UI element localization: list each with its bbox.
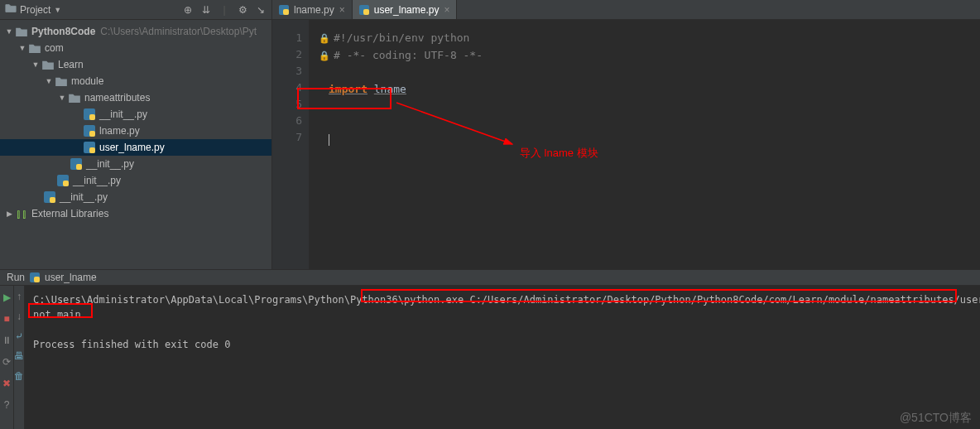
tab-label: lname.py — [294, 4, 334, 16]
print-icon[interactable]: 🖶 — [14, 350, 24, 362]
lock-icon: 🔒 — [319, 51, 330, 61]
hide-panel-icon[interactable]: ↘ — [255, 4, 267, 16]
rerun-icon[interactable]: ▶ — [0, 291, 13, 304]
run-tool-header: Run user_lname — [0, 269, 980, 286]
python-file-icon — [83, 142, 96, 153]
divider-icon: | — [219, 4, 230, 16]
gear-icon[interactable]: ⚙ — [237, 4, 248, 16]
project-tree: ▼ Python8Code C:\Users\Administrator\Des… — [0, 20, 271, 269]
module-name: lname — [374, 83, 406, 95]
tree-label: module — [71, 75, 103, 87]
dropdown-chevron-icon[interactable]: ▼ — [54, 6, 61, 14]
line-number: 6 — [272, 113, 302, 129]
collapse-icon[interactable]: ⇊ — [200, 4, 212, 16]
run-toolbar-secondary: ↑ ↓ ⤶ 🖶 🗑 — [14, 286, 25, 429]
line-number: 7 — [272, 129, 302, 146]
tab-label: user_lname.py — [374, 4, 440, 16]
project-pane: Project ▼ ⊕ ⇊ | ⚙ ↘ ▼ Python8Code C:\Use… — [0, 0, 272, 269]
chevron-down-icon[interactable]: ▼ — [58, 94, 66, 102]
tree-row-file[interactable]: __init__.py — [0, 156, 271, 172]
folder-icon — [68, 93, 81, 103]
console-output[interactable]: C:\Users\Administrator\AppData\Local\Pro… — [25, 286, 980, 429]
tree-label: Learn — [58, 59, 84, 70]
tree-label: __init__.py — [86, 158, 134, 170]
run-tool-window: ▶ ■ ⏸ ⟳ ✖ ? ↑ ↓ ⤶ 🖶 🗑 C:\Users\Administr… — [0, 286, 980, 429]
code-content[interactable]: 🔒#!/usr/bin/env python 🔒# -*- coding: UT… — [309, 20, 980, 269]
soft-wrap-icon[interactable]: ⤶ — [15, 330, 23, 342]
libraries-icon: ⫿⫿ — [15, 207, 28, 220]
run-toolbar-primary: ▶ ■ ⏸ ⟳ ✖ ? — [0, 286, 14, 429]
python-file-icon — [359, 5, 369, 15]
python-file-icon — [70, 158, 83, 170]
stop-icon[interactable]: ■ — [0, 312, 13, 325]
editor-tab-bar: lname.py × user_lname.py × — [272, 0, 980, 20]
console-line: C:\Users\Administrator\AppData\Local\Pro… — [33, 292, 980, 307]
keyword-import: import — [329, 83, 368, 95]
python-file-icon — [83, 125, 96, 137]
tree-row-file-selected[interactable]: user_lname.py — [0, 139, 271, 156]
tree-path: C:\Users\Administrator\Desktop\Pyt — [100, 26, 257, 37]
tree-label: nameattributes — [84, 92, 150, 104]
tree-row-nameattributes[interactable]: ▼ nameattributes — [0, 89, 271, 106]
gutter: 1 2 3 4 5 6 7 — [272, 20, 309, 269]
lock-icon: 🔒 — [319, 33, 330, 44]
tree-label: user_lname.py — [99, 142, 165, 153]
code-line: #!/usr/bin/env python — [334, 31, 469, 44]
chevron-down-icon[interactable]: ▼ — [5, 27, 13, 36]
tree-row-module[interactable]: ▼ module — [0, 73, 271, 89]
close-icon[interactable]: × — [339, 4, 345, 16]
close-icon[interactable]: ✖ — [0, 377, 13, 390]
clear-icon[interactable]: 🗑 — [14, 370, 24, 382]
console-line: Process finished with exit code 0 — [33, 337, 980, 352]
restart-icon[interactable]: ⟳ — [0, 355, 13, 369]
tab-user-lname[interactable]: user_lname.py × — [353, 0, 458, 19]
code-line: # -*- coding: UTF-8 -*- — [334, 49, 483, 61]
chevron-down-icon[interactable]: ▼ — [31, 60, 40, 69]
python-file-icon — [56, 175, 70, 186]
python-file-icon — [83, 108, 96, 120]
tree-label: __init__.py — [99, 108, 147, 120]
python-file-icon — [279, 5, 289, 15]
chevron-right-icon[interactable]: ▶ — [5, 210, 13, 218]
python-file-icon — [30, 272, 40, 282]
project-header: Project ▼ ⊕ ⇊ | ⚙ ↘ — [0, 0, 271, 20]
tab-lname[interactable]: lname.py × — [272, 0, 353, 19]
tree-label: com — [45, 42, 64, 54]
tree-row-external-libraries[interactable]: ▶ ⫿⫿ External Libraries — [0, 205, 271, 222]
console-line: not main — [33, 307, 980, 322]
up-icon[interactable]: ↑ — [17, 291, 22, 302]
tree-row-file[interactable]: __init__.py — [0, 106, 271, 123]
tree-row-file[interactable]: __init__.py — [0, 172, 271, 189]
chevron-down-icon[interactable]: ▼ — [45, 77, 53, 85]
python-file-icon — [43, 191, 56, 203]
folder-outline-icon — [5, 2, 17, 17]
tree-label: lname.py — [99, 125, 140, 137]
caret — [329, 134, 329, 146]
tree-label: __init__.py — [73, 175, 121, 186]
line-number: 4 — [272, 80, 302, 96]
code-editor[interactable]: 1 2 3 4 5 6 7 🔒#!/usr/bin/env python 🔒# … — [272, 20, 980, 269]
tree-row-learn[interactable]: ▼ Learn — [0, 56, 271, 73]
target-icon[interactable]: ⊕ — [182, 4, 194, 16]
project-title: Project — [20, 4, 50, 16]
folder-icon — [41, 60, 55, 70]
run-config-name: user_lname — [45, 272, 97, 283]
tree-row-file[interactable]: __init__.py — [0, 189, 271, 205]
folder-icon — [28, 43, 41, 53]
line-number: 2 — [272, 46, 302, 63]
line-number: 3 — [272, 63, 302, 80]
help-icon[interactable]: ? — [0, 398, 13, 412]
tree-label: External Libraries — [31, 208, 108, 219]
tree-row-file[interactable]: lname.py — [0, 123, 271, 139]
line-number: 5 — [272, 96, 302, 113]
tree-label: __init__.py — [60, 191, 108, 203]
tree-row-root[interactable]: ▼ Python8Code C:\Users\Administrator\Des… — [0, 23, 271, 40]
line-number: 1 — [272, 30, 302, 46]
pause-icon[interactable]: ⏸ — [0, 334, 13, 347]
run-title: Run — [7, 272, 25, 283]
folder-icon — [55, 76, 68, 86]
down-icon[interactable]: ↓ — [17, 311, 22, 322]
close-icon[interactable]: × — [444, 4, 449, 16]
tree-row-com[interactable]: ▼ com — [0, 40, 271, 56]
chevron-down-icon[interactable]: ▼ — [18, 44, 26, 52]
